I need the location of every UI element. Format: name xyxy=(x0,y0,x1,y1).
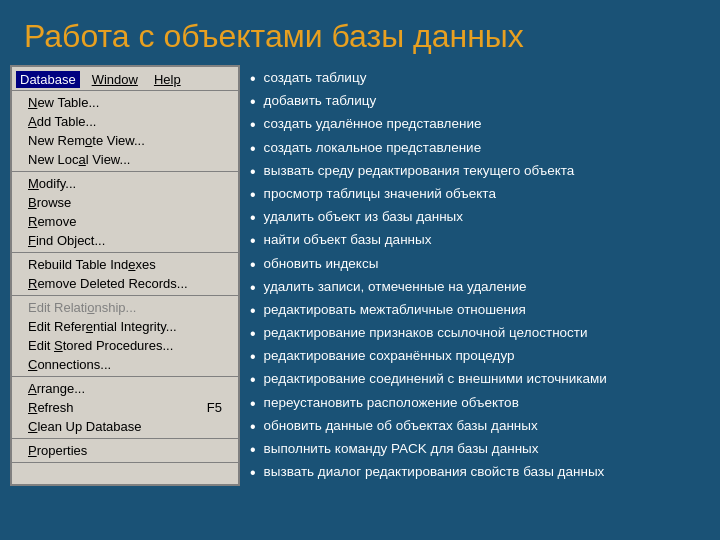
bullet-item: •создать удалённое представление xyxy=(250,115,710,134)
bullet-text: добавить таблицу xyxy=(264,92,377,111)
bullet-item: •обновить индексы xyxy=(250,255,710,274)
menu-bar-help[interactable]: Help xyxy=(150,71,185,88)
menu-item-remove[interactable]: Remove xyxy=(12,212,238,231)
bullet-dot: • xyxy=(250,347,256,366)
bullet-dot: • xyxy=(250,463,256,482)
bullet-dot: • xyxy=(250,394,256,413)
bullet-item: •вызвать диалог редактирования свойств б… xyxy=(250,463,710,482)
bullet-text: вызвать диалог редактирования свойств ба… xyxy=(264,463,605,482)
bullet-text: переустановить расположение объектов xyxy=(264,394,519,413)
bullet-dot: • xyxy=(250,69,256,88)
menu-bar-window[interactable]: Window xyxy=(88,71,142,88)
bullet-text: создать удалённое представление xyxy=(264,115,482,134)
bullet-dot: • xyxy=(250,162,256,181)
menu-bar-database[interactable]: Database xyxy=(16,71,80,88)
menu-item-edit-stored[interactable]: Edit Stored Procedures... xyxy=(12,336,238,355)
bullet-dot: • xyxy=(250,278,256,297)
menu-item-add-table[interactable]: Add Table... xyxy=(12,112,238,131)
content-area: Database Window Help New Table... Add Ta… xyxy=(0,65,720,486)
bullet-dot: • xyxy=(250,324,256,343)
bullet-item: •создать таблицу xyxy=(250,69,710,88)
bullet-dot: • xyxy=(250,370,256,389)
bullet-dot: • xyxy=(250,115,256,134)
menu-item-find-object[interactable]: Find Object... xyxy=(12,231,238,250)
bullet-dot: • xyxy=(250,440,256,459)
bullet-dot: • xyxy=(250,208,256,227)
menu-section-3: Rebuild Table Indexes Remove Deleted Rec… xyxy=(12,253,238,296)
bullet-text: найти объект базы данных xyxy=(264,231,432,250)
bullet-item: •редактирование соединений с внешними ис… xyxy=(250,370,710,389)
bullet-text: редактирование соединений с внешними ист… xyxy=(264,370,607,389)
menu-section-2: Modify... Browse Remove Find Object... xyxy=(12,172,238,253)
menu-item-edit-referential[interactable]: Edit Referential Integrity... xyxy=(12,317,238,336)
bullet-item: •редактировать межтабличные отношения xyxy=(250,301,710,320)
menu-item-arrange[interactable]: Arrange... xyxy=(12,379,238,398)
bullet-text: редактировать межтабличные отношения xyxy=(264,301,526,320)
bullet-text: выполнить команду PACK для базы данных xyxy=(264,440,539,459)
menu-item-remove-deleted[interactable]: Remove Deleted Records... xyxy=(12,274,238,293)
bullet-item: •найти объект базы данных xyxy=(250,231,710,250)
bullet-dot: • xyxy=(250,185,256,204)
bullet-item: •редактирование сохранённых процедур xyxy=(250,347,710,366)
bullet-item: •просмотр таблицы значений объекта xyxy=(250,185,710,204)
menu-item-properties[interactable]: Properties xyxy=(12,441,238,460)
menu-section-5: Arrange... RefreshF5 Clean Up Database xyxy=(12,377,238,439)
bullet-item: •удалить записи, отмеченные на удаление xyxy=(250,278,710,297)
bullet-text: просмотр таблицы значений объекта xyxy=(264,185,496,204)
menu-item-new-local-view[interactable]: New Local View... xyxy=(12,150,238,169)
bullet-dot: • xyxy=(250,231,256,250)
bullet-list: •создать таблицу•добавить таблицу•создат… xyxy=(250,65,710,486)
bullet-item: •удалить объект из базы данных xyxy=(250,208,710,227)
bullet-text: редактирование сохранённых процедур xyxy=(264,347,515,366)
menu-item-connections[interactable]: Connections... xyxy=(12,355,238,374)
bullet-dot: • xyxy=(250,417,256,436)
menu-item-new-remote-view[interactable]: New Remote View... xyxy=(12,131,238,150)
menu-section-6: Properties xyxy=(12,439,238,463)
bullet-text: обновить данные об объектах базы данных xyxy=(264,417,538,436)
menu-item-browse[interactable]: Browse xyxy=(12,193,238,212)
page-title: Работа с объектами базы данных xyxy=(0,0,720,65)
bullet-item: •выполнить команду PACK для базы данных xyxy=(250,440,710,459)
bullet-text: обновить индексы xyxy=(264,255,379,274)
bullet-text: вызвать среду редактирования текущего об… xyxy=(264,162,575,181)
menu-item-new-table[interactable]: New Table... xyxy=(12,93,238,112)
bullet-dot: • xyxy=(250,92,256,111)
menu-item-modify[interactable]: Modify... xyxy=(12,174,238,193)
bullet-text: удалить записи, отмеченные на удаление xyxy=(264,278,527,297)
bullet-text: создать таблицу xyxy=(264,69,367,88)
bullet-dot: • xyxy=(250,301,256,320)
menu-panel: Database Window Help New Table... Add Ta… xyxy=(10,65,240,486)
menu-item-clean-up[interactable]: Clean Up Database xyxy=(12,417,238,436)
menu-section-1: New Table... Add Table... New Remote Vie… xyxy=(12,91,238,172)
bullet-dot: • xyxy=(250,139,256,158)
bullet-item: •создать локальное представление xyxy=(250,139,710,158)
menu-item-rebuild-indexes[interactable]: Rebuild Table Indexes xyxy=(12,255,238,274)
bullet-item: •переустановить расположение объектов xyxy=(250,394,710,413)
menu-bar: Database Window Help xyxy=(12,69,238,91)
bullet-item: •обновить данные об объектах базы данных xyxy=(250,417,710,436)
bullet-item: •редактирование признаков ссылочной цело… xyxy=(250,324,710,343)
bullet-item: •вызвать среду редактирования текущего о… xyxy=(250,162,710,181)
bullet-text: удалить объект из базы данных xyxy=(264,208,463,227)
bullet-item: •добавить таблицу xyxy=(250,92,710,111)
menu-section-4: Edit Relationship... Edit Referential In… xyxy=(12,296,238,377)
menu-item-edit-relationship[interactable]: Edit Relationship... xyxy=(12,298,238,317)
bullet-text: создать локальное представление xyxy=(264,139,482,158)
bullet-text: редактирование признаков ссылочной целос… xyxy=(264,324,588,343)
menu-item-refresh[interactable]: RefreshF5 xyxy=(12,398,238,417)
bullet-dot: • xyxy=(250,255,256,274)
